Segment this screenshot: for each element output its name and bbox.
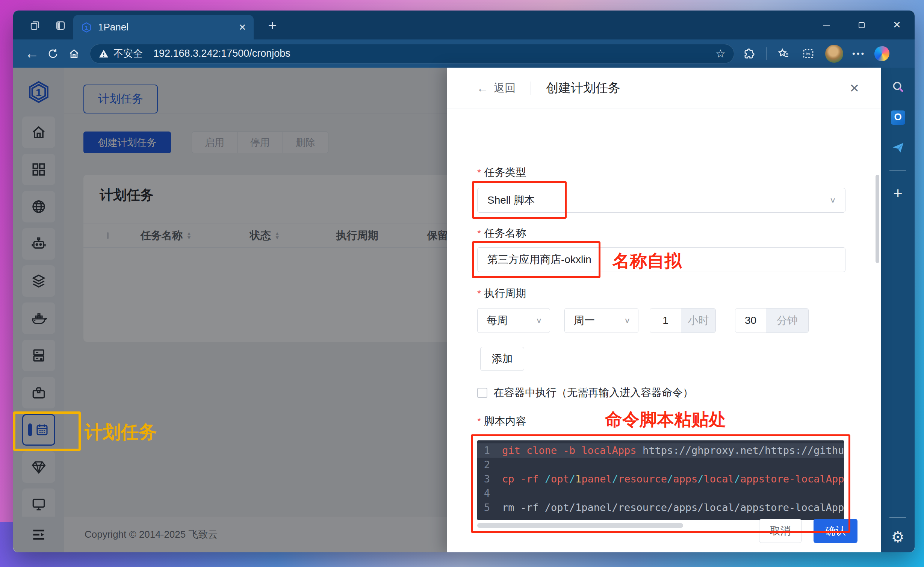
svg-text:1: 1 (85, 24, 88, 30)
add-cycle-button[interactable]: 添加 (480, 347, 524, 371)
cycle-day-select[interactable]: 周一 ∨ (564, 308, 638, 333)
browser-window: 1 1Panel ✕ + ✕ ← (13, 11, 915, 552)
address-bar[interactable]: 不安全 192.168.3.242:17500/cronjobs ☆ (90, 44, 734, 64)
svg-text:✂: ✂ (806, 51, 811, 57)
tab-title: 1Panel (98, 21, 239, 33)
refresh-button[interactable] (42, 43, 64, 64)
close-button[interactable]: ✕ (879, 11, 915, 39)
annotation-script-note: 命令脚本粘贴处 (605, 408, 726, 431)
sidebar-divider (889, 517, 906, 518)
cycle-frequency-select[interactable]: 每周 ∨ (477, 308, 550, 333)
drawer-header: ← 返回 创建计划任务 ✕ (447, 68, 881, 109)
drawer-title: 创建计划任务 (546, 80, 620, 97)
drawer-body: *任务类型 Shell 脚本 ∨ *任务名称 第三方应用商店-okxlin (447, 109, 881, 509)
tab-actions-icon[interactable] (28, 19, 42, 32)
script-label: *脚本内容 (477, 414, 526, 428)
toolbar-right-icons: ✂ ••• (741, 45, 889, 63)
back-label[interactable]: 返回 (494, 81, 516, 96)
browser-toolbar: ← 不安全 192.168.3.242:17500/cronjobs ☆ (13, 39, 915, 68)
browser-content: 1 (13, 68, 915, 552)
create-cronjob-drawer: ← 返回 创建计划任务 ✕ *任务类型 Shell 脚本 ∨ (447, 68, 881, 552)
screenshot-icon[interactable]: ✂ (800, 46, 816, 62)
favorites-icon[interactable] (776, 46, 791, 62)
annotation-red-box-type (472, 181, 567, 219)
hour-unit-label: 小时 (681, 308, 715, 333)
container-exec-checkbox[interactable] (477, 388, 487, 398)
task-type-label: *任务类型 (477, 165, 526, 180)
annotation-yellow-box (13, 411, 81, 451)
chevron-down-icon: ∨ (829, 196, 836, 204)
cycle-controls: 每周 ∨ 周一 ∨ 1 小时 30 分钟 (477, 308, 809, 333)
cycle-hour-input[interactable]: 1 小时 (650, 308, 716, 333)
copilot-icon[interactable] (874, 46, 889, 61)
back-arrow-icon[interactable]: ← (476, 81, 488, 95)
bookmark-star-icon[interactable]: ☆ (715, 47, 726, 60)
gear-icon[interactable]: ⚙ (889, 528, 907, 546)
modal-dim-overlay[interactable] (13, 68, 447, 552)
annotation-red-box-script (471, 434, 850, 533)
close-drawer-icon[interactable]: ✕ (849, 81, 859, 95)
outlook-icon[interactable] (889, 109, 907, 126)
sidebar-divider (889, 170, 906, 171)
chevron-down-icon: ∨ (535, 316, 542, 325)
send-plane-icon[interactable] (889, 139, 907, 156)
tab-close-icon[interactable]: ✕ (239, 22, 246, 33)
maximize-button[interactable] (844, 11, 879, 39)
cycle-minute-input[interactable]: 30 分钟 (735, 308, 809, 333)
container-exec-row: 在容器中执行（无需再输入进入容器命令） (477, 386, 693, 400)
header-divider (531, 82, 531, 95)
browser-tab[interactable]: 1 1Panel ✕ (73, 15, 254, 39)
add-sidebar-item-icon[interactable]: + (889, 185, 907, 202)
minimize-icon (823, 25, 830, 26)
task-name-label: *任务名称 (477, 226, 526, 240)
chevron-down-icon: ∨ (624, 316, 631, 325)
annotation-sidebar-note: 计划任务 (85, 420, 157, 444)
search-icon[interactable] (889, 78, 907, 95)
drawer-scrollbar[interactable] (876, 175, 879, 263)
browser-titlebar: 1 1Panel ✕ + ✕ (13, 11, 915, 39)
new-tab-button[interactable]: + (263, 17, 282, 34)
container-exec-label[interactable]: 在容器中执行（无需再输入进入容器命令） (493, 386, 693, 400)
edge-sidebar: + ⚙ (881, 68, 915, 552)
desktop-background: 1 1Panel ✕ + ✕ ← (0, 0, 924, 567)
extensions-icon[interactable] (741, 46, 757, 62)
profile-avatar[interactable] (825, 45, 843, 63)
cycle-label: *执行周期 (477, 286, 526, 301)
window-controls: ✕ (809, 11, 915, 39)
annotation-name-note: 名称自拟 (612, 249, 682, 273)
minimize-button[interactable] (809, 11, 844, 39)
maximize-icon (859, 22, 865, 28)
minute-unit-label: 分钟 (766, 308, 808, 333)
settings-menu-icon[interactable]: ••• (852, 49, 865, 59)
toolbar-divider (766, 47, 767, 60)
vertical-tabs-icon[interactable] (54, 19, 67, 32)
onepanel-favicon-icon: 1 (81, 22, 92, 33)
home-button[interactable] (64, 43, 85, 64)
security-label[interactable]: 不安全 (113, 47, 143, 60)
url-text[interactable]: 192.168.3.242:17500/cronjobs (153, 48, 715, 59)
back-button[interactable]: ← (21, 43, 42, 64)
annotation-red-box-name (472, 241, 600, 278)
not-secure-warning-icon (98, 48, 109, 59)
